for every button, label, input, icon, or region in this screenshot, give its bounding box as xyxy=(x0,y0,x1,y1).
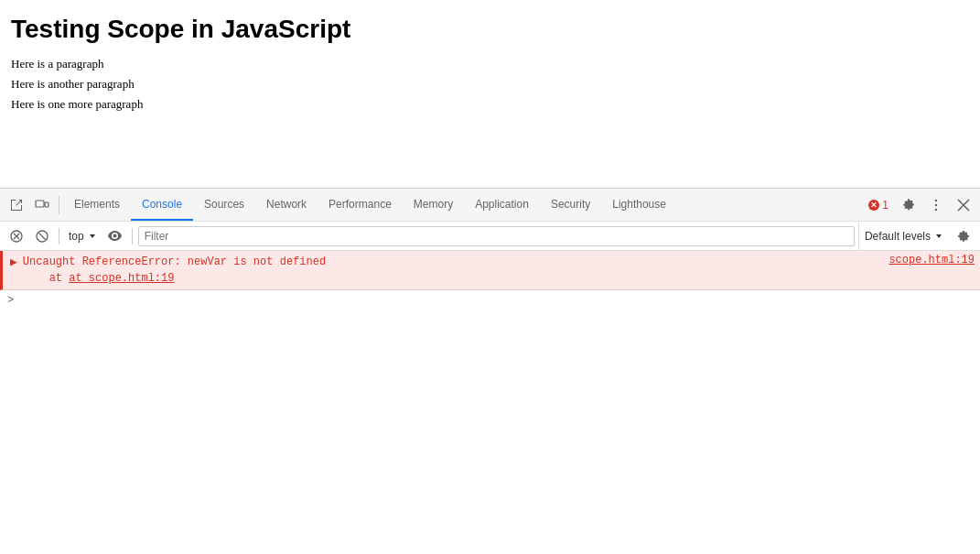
clear-console-icon[interactable] xyxy=(5,225,27,247)
toolbar-separator-1 xyxy=(59,196,59,214)
error-count: 1 xyxy=(882,199,888,212)
tab-lighthouse[interactable]: Lighthouse xyxy=(601,189,677,221)
error-stack-text: at at scope.html:19 xyxy=(23,270,326,287)
level-value: Default levels xyxy=(865,230,931,243)
more-options-icon[interactable] xyxy=(923,192,949,218)
tab-memory[interactable]: Memory xyxy=(403,189,464,221)
error-count-dot: ✕ xyxy=(868,200,879,211)
console-output: ▶ Uncaught ReferenceError: newVar is not… xyxy=(0,251,980,554)
svg-point-3 xyxy=(935,203,937,205)
page-content: Testing Scope in JavaScript Here is a pa… xyxy=(0,0,980,188)
error-source-link[interactable]: scope.html:19 xyxy=(888,254,975,266)
devtools-panel: Elements Console Sources Network Perform… xyxy=(0,188,980,554)
svg-point-2 xyxy=(935,199,937,201)
console-error-row: ▶ Uncaught ReferenceError: newVar is not… xyxy=(0,251,980,290)
device-toolbar-icon[interactable] xyxy=(29,192,55,218)
tab-network[interactable]: Network xyxy=(255,189,318,221)
tab-application[interactable]: Application xyxy=(464,189,540,221)
stop-icon[interactable] xyxy=(31,225,53,247)
console-prompt-row: > xyxy=(0,290,980,310)
svg-rect-1 xyxy=(45,202,48,207)
prompt-chevron-icon: > xyxy=(7,294,14,307)
error-badge[interactable]: ✕ 1 xyxy=(863,197,894,213)
error-left: ▶ Uncaught ReferenceError: newVar is not… xyxy=(10,254,326,287)
inspect-icon[interactable] xyxy=(4,192,29,218)
filter-input-wrapper xyxy=(138,226,855,246)
level-select[interactable]: Default levels xyxy=(858,222,949,250)
devtools-tabs: Elements Console Sources Network Perform… xyxy=(63,189,863,221)
settings-icon[interactable] xyxy=(896,192,921,218)
paragraphs: Here is a paragraph Here is another para… xyxy=(11,57,969,112)
error-main-text: Uncaught ReferenceError: newVar is not d… xyxy=(23,254,326,270)
filter-input[interactable] xyxy=(145,230,848,243)
eye-icon[interactable] xyxy=(104,225,126,247)
paragraph-3: Here is one more paragraph xyxy=(11,97,969,112)
tab-performance[interactable]: Performance xyxy=(318,189,403,221)
close-devtools-icon[interactable] xyxy=(951,192,976,218)
svg-point-4 xyxy=(935,208,937,210)
svg-rect-0 xyxy=(36,201,44,207)
context-selector[interactable]: top xyxy=(65,230,101,243)
tab-console[interactable]: Console xyxy=(131,189,193,221)
error-stack-link[interactable]: at scope.html:19 xyxy=(69,272,174,285)
paragraph-2: Here is another paragraph xyxy=(11,77,969,92)
console-input[interactable] xyxy=(19,294,973,307)
context-value: top xyxy=(69,230,84,243)
filter-bar: top Default levels xyxy=(0,222,980,251)
tab-security[interactable]: Security xyxy=(540,189,601,221)
error-triangle-icon: ▶ xyxy=(10,255,17,269)
page-title: Testing Scope in JavaScript xyxy=(11,15,969,44)
console-settings-icon[interactable] xyxy=(953,225,975,247)
tab-elements[interactable]: Elements xyxy=(63,189,131,221)
error-message-block: Uncaught ReferenceError: newVar is not d… xyxy=(23,254,326,287)
filter-separator-1 xyxy=(59,228,59,244)
devtools-toolbar: Elements Console Sources Network Perform… xyxy=(0,189,980,222)
tab-sources[interactable]: Sources xyxy=(193,189,255,221)
toolbar-right: ✕ 1 xyxy=(863,192,976,218)
filter-separator-2 xyxy=(132,228,133,244)
paragraph-1: Here is a paragraph xyxy=(11,57,969,71)
